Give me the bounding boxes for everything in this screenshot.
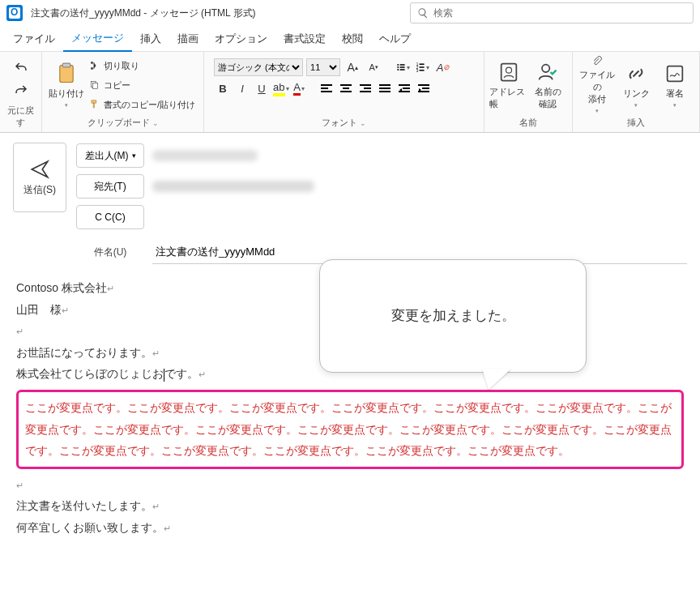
svg-rect-37 — [668, 66, 683, 81]
svg-point-8 — [397, 69, 399, 70]
align-right-button[interactable] — [356, 79, 374, 97]
signature-button[interactable]: 署名▾ — [655, 56, 694, 114]
undo-group-label: 元に戻す — [5, 103, 36, 132]
increase-indent-button[interactable] — [415, 79, 433, 97]
search-icon — [417, 7, 429, 19]
svg-rect-9 — [400, 69, 405, 70]
svg-rect-34 — [502, 63, 517, 80]
svg-point-6 — [397, 66, 399, 68]
svg-rect-16 — [321, 84, 332, 86]
undo-button[interactable] — [12, 59, 30, 77]
svg-rect-28 — [399, 84, 410, 86]
svg-rect-25 — [379, 84, 391, 86]
to-button[interactable]: 宛先(T) — [76, 174, 144, 199]
send-button[interactable]: 送信(S) — [13, 143, 66, 212]
format-painter-button[interactable]: 書式のコピー/貼り付け — [89, 96, 195, 113]
decrease-indent-button[interactable] — [395, 79, 413, 97]
menu-format[interactable]: 書式設定 — [275, 27, 334, 51]
message-body[interactable]: 変更を加えました。 Contoso 株式会社↵ 山田 様↵ ↵ お世話になってお… — [13, 266, 687, 550]
bold-button[interactable]: B — [214, 79, 232, 97]
font-name-select[interactable]: 游ゴシック (本文の — [214, 58, 303, 76]
svg-rect-17 — [321, 88, 328, 89]
paste-button[interactable]: 貼り付け ▾ — [47, 56, 86, 114]
cc-field[interactable] — [152, 205, 687, 229]
svg-rect-33 — [418, 91, 429, 92]
shrink-font-button[interactable]: A▾ — [365, 58, 382, 76]
cut-button[interactable]: 切り取り — [89, 58, 195, 74]
menu-insert[interactable]: 挿入 — [132, 27, 169, 51]
clear-formatting-button[interactable]: A⊘ — [434, 58, 452, 76]
to-value — [152, 181, 314, 192]
align-center-button[interactable] — [337, 79, 355, 97]
svg-rect-15 — [420, 70, 425, 71]
highlight-button[interactable]: ab▾ — [272, 79, 290, 97]
subject-label: 件名(U) — [76, 245, 144, 259]
redo-button[interactable] — [12, 82, 30, 100]
menu-file[interactable]: ファイル — [5, 27, 63, 51]
check-names-button[interactable]: 名前の 確認 — [528, 56, 567, 114]
align-left-button[interactable] — [318, 79, 335, 97]
numbering-button[interactable]: 123▾ — [415, 58, 433, 76]
svg-rect-32 — [422, 88, 429, 89]
font-color-button[interactable]: A▾ — [292, 79, 309, 97]
grow-font-button[interactable]: A▴ — [344, 58, 361, 76]
outlook-icon — [6, 5, 23, 21]
svg-rect-22 — [360, 84, 371, 86]
bullets-button[interactable]: ▾ — [395, 58, 413, 76]
svg-rect-7 — [400, 66, 405, 68]
link-button[interactable]: リンク▾ — [617, 56, 655, 114]
svg-rect-26 — [379, 88, 391, 89]
svg-rect-29 — [403, 88, 410, 89]
callout-bubble: 変更を加えました。 — [319, 259, 587, 373]
svg-point-35 — [506, 67, 512, 73]
svg-rect-31 — [418, 84, 429, 86]
svg-rect-27 — [379, 91, 391, 92]
svg-rect-1 — [62, 63, 70, 67]
italic-button[interactable]: I — [233, 79, 251, 97]
title-bar: 注文書の送付_yyyyMMdd - メッセージ (HTML 形式) — [0, 0, 700, 26]
justify-button[interactable] — [376, 79, 394, 97]
menu-help[interactable]: ヘルプ — [371, 27, 419, 51]
menu-message[interactable]: メッセージ — [63, 26, 132, 52]
svg-text:3: 3 — [416, 69, 419, 73]
svg-rect-24 — [360, 91, 371, 92]
dialog-launcher-icon[interactable]: ⌄ — [360, 119, 366, 127]
menu-review[interactable]: 校閲 — [334, 27, 371, 51]
menu-draw[interactable]: 描画 — [169, 27, 207, 51]
svg-rect-0 — [60, 65, 73, 82]
svg-rect-18 — [321, 91, 332, 92]
svg-rect-20 — [343, 88, 349, 89]
compose-area: 送信(S) 差出人(M)▾ 宛先(T) C C(C) 件名(U) 変更を加えまし… — [0, 133, 700, 550]
svg-rect-3 — [93, 83, 98, 89]
from-value — [152, 150, 258, 161]
cc-button[interactable]: C C(C) — [76, 205, 144, 229]
svg-rect-23 — [364, 88, 371, 89]
svg-rect-5 — [400, 64, 405, 66]
menu-options[interactable]: オプション — [207, 27, 275, 51]
svg-rect-30 — [399, 91, 410, 92]
dialog-launcher-icon[interactable]: ⌄ — [152, 119, 159, 127]
search-input[interactable] — [433, 7, 686, 19]
address-book-button[interactable]: アドレス帳 — [489, 56, 528, 114]
from-button[interactable]: 差出人(M)▾ — [76, 143, 144, 168]
copy-button[interactable]: コピー — [89, 77, 195, 93]
svg-rect-19 — [340, 84, 352, 86]
chevron-down-icon: ▾ — [65, 102, 68, 109]
svg-point-36 — [542, 64, 549, 71]
svg-point-4 — [397, 64, 399, 66]
menu-bar: ファイル メッセージ 挿入 描画 オプション 書式設定 校閲 ヘルプ — [0, 26, 700, 52]
underline-button[interactable]: U — [253, 79, 271, 97]
changed-text-box: ここが変更点です。ここが変更点です。ここが変更点です。ここが変更点です。ここが変… — [16, 390, 684, 469]
svg-rect-13 — [420, 66, 425, 68]
svg-rect-21 — [340, 91, 352, 92]
window-title: 注文書の送付_yyyyMMdd - メッセージ (HTML 形式) — [31, 6, 256, 20]
ribbon: 元に戻す 貼り付け ▾ 切り取り コピー 書式のコピー/貼り付け クリップボード… — [0, 52, 700, 133]
svg-rect-11 — [420, 63, 425, 65]
attach-file-button[interactable]: ファイルの 添付▾ — [578, 56, 617, 114]
search-box[interactable] — [410, 2, 694, 23]
font-size-select[interactable]: 11 — [306, 58, 340, 76]
